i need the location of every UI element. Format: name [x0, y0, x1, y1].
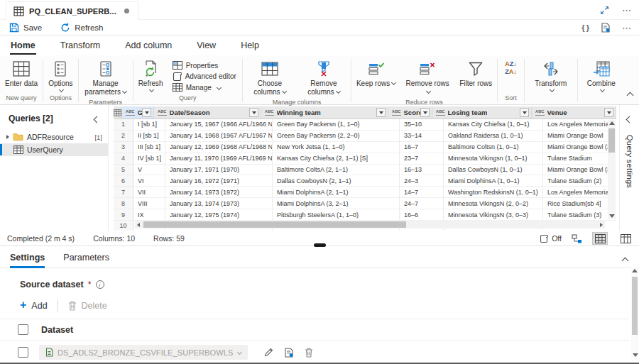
group-label-sort: Sort: [498, 94, 524, 104]
row-number: 2: [114, 131, 133, 142]
document-settings-icon[interactable]: [601, 23, 611, 33]
ribbon-tab-transform[interactable]: Transform: [60, 38, 102, 53]
save-button[interactable]: Save: [9, 23, 42, 33]
ribbon-tab-help[interactable]: Help: [240, 38, 260, 53]
remove-columns-button[interactable]: Remove columns: [297, 58, 351, 98]
scroll-up-arrow[interactable]: [609, 121, 615, 125]
table-cell: 16–6: [400, 209, 444, 221]
ribbon-tab-add-column[interactable]: Add column: [124, 38, 173, 53]
column-header-losing-team[interactable]: ABCLosing team: [432, 106, 532, 119]
filter-button[interactable]: [249, 108, 258, 117]
code-braces-icon[interactable]: { }: [581, 23, 589, 32]
manage-parameters-button[interactable]: Manage parameters: [79, 58, 133, 98]
filter-button[interactable]: [142, 108, 151, 117]
query-tree-item-adfresource[interactable]: ADFResource [1]: [0, 131, 108, 143]
select-all-checkbox[interactable]: [18, 324, 28, 335]
collapse-queries-panel-button[interactable]: [94, 112, 99, 125]
settings-tab-settings[interactable]: Settings: [10, 253, 45, 268]
row-number: 10: [114, 221, 133, 231]
filter-button[interactable]: [420, 108, 430, 117]
manage-button[interactable]: Manage: [173, 83, 236, 92]
toolbar-more-icon[interactable]: ⋯: [622, 23, 632, 33]
refresh-query-label: Refresh: [138, 79, 163, 88]
refresh-query-button[interactable]: Refresh: [133, 58, 168, 93]
grid-vertical-scrollbar[interactable]: [608, 120, 616, 219]
table-cell: January 12, 1969 (1968 AFL/1968 NFL): [165, 142, 273, 153]
table-cell: Minnesota Vikingsn (1, 0–1): [444, 153, 543, 165]
add-dataset-button[interactable]: + Add: [20, 301, 48, 311]
remove-columns-icon: [316, 60, 332, 78]
ribbon-tab-home[interactable]: Home: [10, 38, 36, 53]
choose-columns-button[interactable]: Choose columns: [243, 58, 297, 98]
more-options-icon[interactable]: ⋯: [622, 6, 632, 15]
remove-rows-icon: [420, 60, 435, 78]
grid-corner-cell[interactable]: [114, 106, 122, 119]
column-type-icon: ABC: [158, 109, 167, 115]
settings-tab-parameters[interactable]: Parameters: [63, 253, 109, 268]
dataset-select-chip[interactable]: DS_ADLS2_BRONZE_CSVFILE_SUPERBOWLS: [39, 345, 248, 360]
scroll-right-arrow[interactable]: [600, 223, 603, 227]
column-header-date-season[interactable]: ABCDate/Season: [154, 106, 261, 119]
combine-button[interactable]: Combine: [582, 58, 621, 93]
collapse-settings-panel-button[interactable]: [623, 253, 628, 266]
expand-caret-icon[interactable]: [6, 135, 9, 139]
options-button[interactable]: Options: [43, 58, 77, 93]
dataset-row-checkbox[interactable]: [18, 347, 28, 358]
sort-ascending-icon[interactable]: AZ↓: [505, 61, 517, 67]
row-number: 1: [114, 119, 133, 131]
expand-window-icon[interactable]: [600, 6, 609, 15]
settings-vertical-scrollbar[interactable]: [631, 268, 638, 358]
ribbon-tab-view[interactable]: View: [196, 38, 217, 53]
sort-descending-icon[interactable]: ZA↓: [505, 69, 517, 75]
table-cell: I [sb 1]: [133, 119, 165, 131]
column-header-game[interactable]: ABCGame: [122, 106, 154, 119]
table-cell: 16–7: [400, 142, 444, 153]
dataset-settings-icon[interactable]: [284, 348, 294, 358]
filter-arrow-icon: [523, 111, 527, 114]
delete-dataset-button[interactable]: Delete: [68, 301, 107, 311]
table-cell: II [sb 1]: [133, 131, 165, 142]
filter-button[interactable]: [604, 108, 613, 117]
delete-dataset-row-icon[interactable]: [305, 348, 313, 358]
document-tab[interactable]: PQ_CLEAN_SUPERB...: [6, 1, 138, 20]
refresh-button[interactable]: Refresh: [60, 23, 103, 33]
scroll-left-arrow[interactable]: [137, 223, 140, 227]
scrollbar-thumb[interactable]: [143, 221, 406, 228]
column-header-winning-team[interactable]: ABCWinning team: [261, 106, 388, 119]
query-tree-item-userquery[interactable]: UserQuery: [0, 143, 108, 156]
keep-rows-button[interactable]: Keep rows: [351, 58, 400, 89]
scroll-up-arrow[interactable]: [632, 269, 638, 272]
column-header-score[interactable]: ABCScore: [388, 106, 432, 119]
sort-buttons[interactable]: AZ↓ ZA↓: [498, 58, 524, 78]
step-diagram-icon[interactable]: [572, 234, 582, 243]
scroll-down-arrow[interactable]: [609, 214, 615, 218]
document-tab-title: PQ_CLEAN_SUPERB...: [29, 7, 116, 16]
enter-data-button[interactable]: Enter data: [0, 58, 43, 89]
filter-button[interactable]: [520, 108, 529, 117]
edit-dataset-icon[interactable]: [264, 348, 273, 357]
table-view-button[interactable]: [592, 232, 608, 245]
transform-button[interactable]: Transform: [530, 58, 572, 93]
column-header-label: Venue: [547, 109, 567, 116]
script-toggle[interactable]: Off: [540, 234, 562, 243]
filter-button[interactable]: [376, 108, 386, 117]
scroll-down-arrow[interactable]: [633, 353, 638, 357]
table-row: 7VIIJanuary 14, 1973 (1972)Miami Dolphin…: [114, 187, 616, 198]
table-cell: Miami Orange Bowl: [543, 131, 616, 142]
schema-view-button[interactable]: [618, 232, 633, 245]
table-cell: Tulane Stadium: [543, 153, 616, 165]
advanced-editor-button[interactable]: Advanced editor: [173, 72, 236, 81]
filter-rows-button[interactable]: Filter rows: [454, 58, 497, 89]
column-type-icon: ABC: [392, 109, 401, 115]
panel-resize-handle[interactable]: [314, 243, 326, 247]
scrollbar-thumb[interactable]: [632, 277, 638, 335]
scrollbar-thumb[interactable]: [608, 128, 615, 153]
remove-rows-button[interactable]: Remove rows: [400, 58, 454, 98]
expand-query-settings-button[interactable]: [627, 112, 632, 125]
grid-horizontal-scrollbar[interactable]: [135, 221, 605, 228]
table-row: 1I [sb 1]January 15, 1967 (1966 AFL/1966…: [114, 119, 616, 131]
collapse-ribbon-button[interactable]: [628, 88, 633, 101]
column-header-venue[interactable]: ABCVenue: [532, 106, 616, 119]
column-type-icon: ABC: [535, 109, 545, 115]
properties-button[interactable]: Properties: [173, 61, 236, 70]
